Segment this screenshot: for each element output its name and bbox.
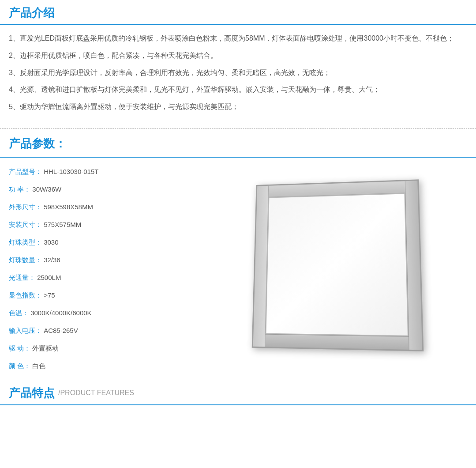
param-label-0: 产品型号： (9, 168, 42, 175)
param-row-2: 外形尺寸： 598X598X58MM (9, 202, 212, 212)
param-label-7: 显色指数： (9, 291, 42, 299)
param-value-3: 575X575MM (44, 221, 81, 228)
param-value-9: AC85-265V (44, 327, 78, 334)
param-value-0: HHL-103030-015T (44, 168, 98, 175)
led-panel-outer (251, 179, 424, 351)
param-row-3: 安装尺寸： 575X575MM (9, 219, 212, 230)
param-value-11: 白色 (32, 362, 45, 370)
features-section-header: 产品特点 /PRODUCT FEATURES (0, 378, 476, 405)
param-row-1: 功 率： 30W/36W (9, 184, 212, 195)
params-section: 产品参数： 产品型号： HHL-103030-015T 功 率： 30W/36W… (0, 129, 476, 378)
intro-content: 1、直发光LED面板灯底盘采用优质的冷轧钢板，外表喷涂白色粉末，高度为58MM，… (0, 32, 476, 129)
param-label-5: 灯珠数量： (9, 256, 42, 264)
param-value-10: 外置驱动 (32, 344, 59, 352)
intro-section-header: 产品介绍 (0, 0, 476, 25)
param-value-8: 3000K/4000K/6000K (30, 309, 91, 317)
param-value-5: 32/36 (44, 256, 60, 264)
intro-item-1: 1、直发光LED面板灯底盘采用优质的冷轧钢板，外表喷涂白色粉末，高度为58MM，… (9, 32, 467, 45)
param-row-6: 光通量： 2500LM (9, 272, 212, 283)
param-value-6: 2500LM (37, 274, 61, 281)
led-panel (251, 179, 424, 351)
intro-item-5: 5、驱动为华辉恒流隔离外置驱动，便于安装维护，与光源实现完美匹配； (9, 101, 467, 113)
led-frame-bottom (253, 334, 422, 350)
param-value-2: 598X598X58MM (44, 203, 93, 211)
param-row-5: 灯珠数量： 32/36 (9, 255, 212, 265)
intro-item-4: 4、光源、透镜和进口扩散板与灯体完美柔和，见光不见灯，外置华辉驱动。嵌入安装，与… (9, 83, 467, 96)
params-title: 产品参数： (9, 136, 66, 151)
param-row-8: 色温： 3000K/4000K/6000K (9, 308, 212, 318)
param-row-0: 产品型号： HHL-103030-015T (9, 166, 212, 177)
params-left-column: 产品型号： HHL-103030-015T 功 率： 30W/36W 外形尺寸：… (0, 166, 212, 378)
param-value-4: 3030 (44, 238, 58, 246)
intro-section: 产品介绍 1、直发光LED面板灯底盘采用优质的冷轧钢板，外表喷涂白色粉末，高度为… (0, 0, 476, 129)
params-section-header: 产品参数： (0, 129, 476, 158)
param-row-9: 输入电压： AC85-265V (9, 325, 212, 336)
led-panel-inner (265, 193, 408, 336)
param-label-11: 颜 色： (9, 362, 30, 370)
param-label-3: 安装尺寸： (9, 221, 42, 228)
param-row-4: 灯珠类型： 3030 (9, 237, 212, 248)
features-section: 产品特点 /PRODUCT FEATURES (0, 378, 476, 405)
param-value-7: >75 (44, 291, 55, 299)
params-layout: 产品型号： HHL-103030-015T 功 率： 30W/36W 外形尺寸：… (0, 166, 476, 378)
param-row-7: 显色指数： >75 (9, 290, 212, 301)
param-row-10: 驱 动： 外置驱动 (9, 343, 212, 354)
param-row-11: 颜 色： 白色 (9, 361, 212, 371)
param-label-1: 功 率： (9, 185, 30, 193)
params-right-column (212, 166, 476, 378)
intro-title: 产品介绍 (9, 5, 55, 21)
param-label-4: 灯珠类型： (9, 238, 42, 246)
param-label-2: 外形尺寸： (9, 203, 42, 211)
features-title: 产品特点 (9, 385, 55, 401)
param-value-1: 30W/36W (32, 185, 61, 193)
product-image (251, 180, 437, 365)
param-label-9: 输入电压： (9, 327, 42, 334)
features-subtitle: /PRODUCT FEATURES (58, 389, 134, 397)
param-label-8: 色温： (9, 309, 29, 317)
param-label-10: 驱 动： (9, 344, 30, 352)
intro-item-3: 3、反射面采用光学原理设计，反射率高，合理利用有效光，光效均匀、柔和无暗区，高光… (9, 67, 467, 79)
param-label-6: 光通量： (9, 274, 35, 281)
intro-item-2: 2、边框采用优质铝框，喷白色，配合紧凑，与各种天花完美结合。 (9, 49, 467, 62)
